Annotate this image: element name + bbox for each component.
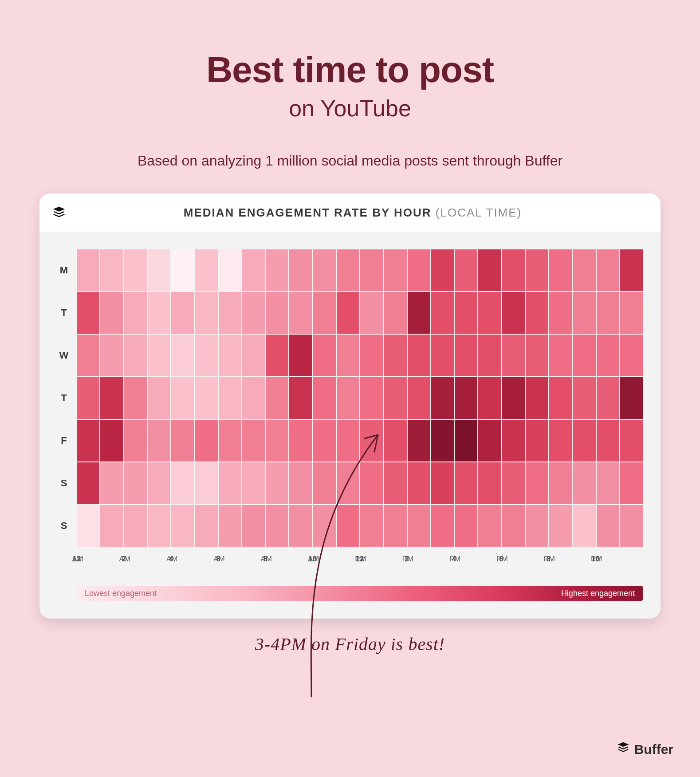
heatmap-cell: [502, 420, 525, 461]
heatmap-cell: [148, 420, 170, 461]
heatmap-row: M: [57, 249, 643, 291]
heatmap-cell: [408, 335, 430, 376]
heatmap-cell: [455, 249, 477, 291]
brand-mark: Buffer: [617, 741, 673, 757]
heatmap-row: W: [57, 335, 643, 376]
heatmap-cell: [219, 462, 241, 504]
heatmap-cell: [549, 505, 572, 547]
heatmap-cell: [526, 505, 548, 547]
heatmap-row: S: [57, 462, 643, 504]
heatmap-cell: [549, 462, 572, 504]
heatmap-cell: [408, 462, 430, 504]
heatmap-cell: [478, 292, 501, 334]
heatmap-cell: [289, 249, 312, 291]
card-header: MEDIAN ENGAGEMENT RATE BY HOUR (LOCAL TI…: [39, 193, 661, 232]
card-title: MEDIAN ENGAGEMENT RATE BY HOUR (LOCAL TI…: [75, 206, 648, 220]
heatmap-cell: [360, 505, 383, 547]
heatmap-cell: [408, 377, 430, 419]
heatmap-cell: [337, 335, 359, 376]
heatmap-cell: [242, 292, 265, 334]
heatmap-cell: [77, 377, 99, 419]
heatmap-cell: [171, 462, 194, 504]
heatmap-cell: [620, 377, 643, 419]
heatmap-cell: [313, 377, 336, 419]
y-axis-label: W: [57, 350, 71, 361]
heatmap-cell: [100, 420, 123, 461]
y-axis-label: F: [57, 435, 71, 446]
heatmap-cell: [289, 505, 312, 547]
heatmap-cell: [360, 420, 383, 461]
heatmap-row: T: [57, 377, 643, 419]
heatmap-cell: [478, 335, 501, 376]
heatmap-cell: [313, 249, 336, 291]
heatmap-cell: [478, 377, 501, 419]
heatmap-cell: [100, 377, 123, 419]
y-axis-label: T: [57, 392, 71, 404]
heatmap-cell: [77, 462, 99, 504]
card-title-paren: (LOCAL TIME): [436, 206, 522, 219]
heatmap-cell: [219, 292, 241, 334]
heatmap-cell: [502, 249, 525, 291]
heatmap-cell: [526, 462, 548, 504]
heatmap-cell: [171, 249, 194, 291]
heatmap-cell: [242, 420, 265, 461]
legend-low-label: Lowest engagement: [85, 589, 157, 598]
heatmap-cell: [431, 462, 454, 504]
heatmap-cell: [620, 505, 643, 547]
heatmap-cell: [431, 420, 454, 461]
heatmap-cell: [266, 420, 288, 461]
heatmap-cell: [337, 505, 359, 547]
heatmap-cell: [219, 377, 241, 419]
heatmap-cell: [526, 292, 548, 334]
heatmap-cell: [171, 335, 194, 376]
heatmap-cell: [573, 462, 595, 504]
page-caption: Based on analyzing 1 million social medi…: [0, 153, 700, 169]
heatmap-cell: [384, 462, 406, 504]
heatmap-cell: [100, 249, 123, 291]
heatmap-cell: [620, 462, 643, 504]
heatmap-cell: [597, 249, 619, 291]
heatmap-cell: [242, 335, 265, 376]
heatmap-cell: [124, 462, 147, 504]
heatmap-cell: [360, 249, 383, 291]
heatmap-cell: [455, 505, 477, 547]
heatmap-cell: [266, 249, 288, 291]
heatmap-cell: [124, 420, 147, 461]
heatmap-cell: [620, 249, 643, 291]
buffer-icon: [52, 205, 66, 220]
heatmap-cell: [195, 249, 217, 291]
card-title-main: MEDIAN ENGAGEMENT RATE BY HOUR: [184, 206, 432, 219]
heatmap-cell: [502, 377, 525, 419]
heatmap-cell: [573, 249, 595, 291]
heatmap-cell: [242, 377, 265, 419]
heatmap-cell: [124, 249, 147, 291]
heatmap-cell: [384, 420, 406, 461]
heatmap-cell: [337, 462, 359, 504]
heatmap-cell: [289, 462, 312, 504]
heatmap-cell: [431, 292, 454, 334]
heatmap-cell: [100, 292, 123, 334]
heatmap-cell: [100, 462, 123, 504]
y-axis-label: M: [57, 264, 71, 276]
heatmap-cell: [360, 377, 383, 419]
heatmap-cell: [384, 292, 406, 334]
heatmap-cell: [478, 420, 501, 461]
heatmap-cell: [148, 462, 170, 504]
heatmap-cell: [171, 377, 194, 419]
heatmap-cell: [148, 505, 170, 547]
heatmap-cell: [219, 335, 241, 376]
heatmap-cell: [124, 377, 147, 419]
heatmap-cell: [195, 292, 217, 334]
heatmap-cell: [313, 335, 336, 376]
heatmap-cell: [408, 505, 430, 547]
heatmap-cell: [313, 462, 336, 504]
heatmap-cell: [337, 292, 359, 334]
heatmap-cell: [431, 335, 454, 376]
heatmap-cell: [549, 249, 572, 291]
heatmap-cell: [242, 505, 265, 547]
heatmap-cell: [266, 462, 288, 504]
heatmap: MTWTFSS 12 AM2 AM4 AM6 AM8 AM10 AM12 PM2…: [39, 232, 661, 568]
heatmap-cell: [219, 420, 241, 461]
heatmap-cell: [455, 292, 477, 334]
heatmap-cell: [77, 292, 99, 334]
